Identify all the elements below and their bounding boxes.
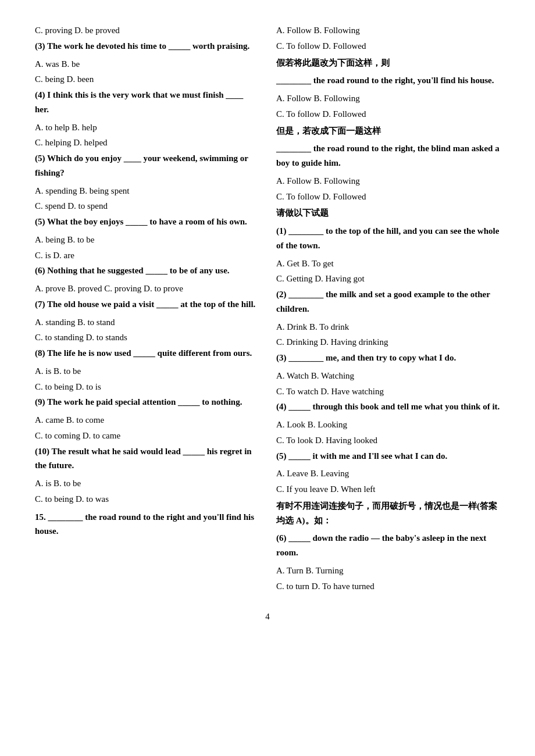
content-block: C. to being D. to is	[35, 380, 259, 394]
content-block: 但是，若改成下面一题这样	[276, 124, 500, 138]
content-block: (5) Which do you enjoy ____ your weekend…	[35, 151, 259, 180]
content-block: C. Drinking D. Having drinking	[276, 335, 500, 350]
content-block: C. to turn D. To have turned	[276, 579, 500, 594]
content-block: C. to being D. to was	[35, 492, 259, 507]
content-block: (6) Nothing that he suggested _____ to b…	[35, 263, 259, 278]
content-block: C. To look D. Having looked	[276, 433, 500, 448]
content-block: C. To follow D. Followed	[276, 39, 500, 54]
content-block: 有时不用连词连接句子，而用破折号，情况也是一样(答案均选 A)。如：	[276, 499, 500, 528]
content-block: A. to help B. help	[35, 120, 259, 135]
content-block: A. spending B. being spent	[35, 184, 259, 198]
content-block: (7) The old house we paid a visit _____ …	[35, 297, 259, 312]
left-column: C. proving D. be proved (3) The work he …	[35, 23, 259, 594]
content-block: A. is B. to be	[35, 476, 259, 491]
content-block: (3) The work he devoted his time to ____…	[35, 39, 259, 54]
content-block: A. being B. to be	[35, 233, 259, 247]
content-block: A. prove B. proved C. proving D. to prov…	[35, 281, 259, 296]
content-block: (3) ________ me, and then try to copy wh…	[276, 351, 500, 365]
content-block: A. Get B. To get	[276, 256, 500, 271]
content-block: A. was B. be	[35, 57, 259, 72]
content-block: (4) I think this is the very work that w…	[35, 88, 259, 117]
right-column: A. Follow B. FollowingC. To follow D. Fo…	[276, 23, 500, 594]
content-block: A. Follow B. Following	[276, 174, 500, 188]
content-block: A. Look B. Looking	[276, 418, 500, 432]
content-block: 请做以下试题	[276, 206, 500, 220]
content-block: (6) _____ down the radio — the baby's as…	[276, 531, 500, 560]
content-block: (2) ________ the milk and set a good exa…	[276, 287, 500, 316]
content-block: A. Turn B. Turning	[276, 564, 500, 578]
content-block: C. If you leave D. When left	[276, 482, 500, 497]
content-block: C. spend D. to spend	[35, 199, 259, 213]
content-block: C. helping D. helped	[35, 135, 259, 150]
content-block: A. is B. to be	[35, 364, 259, 379]
content-block: C. to standing D. to stands	[35, 330, 259, 345]
content-block: ________ the road round to the right, th…	[276, 141, 500, 170]
content-block: (5) What the boy enjoys _____ to have a …	[35, 215, 259, 229]
content-block: C. to coming D. to came	[35, 429, 259, 443]
content-block: (4) _____ through this book and tell me …	[276, 400, 500, 414]
page-number: 4	[35, 612, 500, 622]
content-block: A. Leave B. Leaving	[276, 466, 500, 481]
content-block: C. is D. are	[35, 248, 259, 263]
content-block: (10) The result what he said would lead …	[35, 444, 259, 473]
content-block: A. Drink B. To drink	[276, 320, 500, 334]
content-block: 15. ________ the road round to the right…	[35, 510, 259, 539]
content-block: A. came B. to come	[35, 413, 259, 427]
content-block: C. being D. been	[35, 72, 259, 87]
content-block: ________ the road round to the right, yo…	[276, 73, 500, 88]
content-block: A. Follow B. Following	[276, 91, 500, 106]
content-block: 假若将此题改为下面这样，则	[276, 56, 500, 70]
content-block: (9) The work he paid special attention _…	[35, 395, 259, 409]
content-block: (5) _____ it with me and I'll see what I…	[276, 449, 500, 463]
page-container: C. proving D. be proved (3) The work he …	[35, 23, 500, 594]
content-block: C. To follow D. Followed	[276, 107, 500, 122]
content-block: (8) The life he is now used _____ quite …	[35, 346, 259, 361]
content-block: A. Follow B. Following	[276, 23, 500, 38]
content-block: C. Getting D. Having got	[276, 272, 500, 286]
content-block: C. To follow D. Followed	[276, 190, 500, 204]
content-block: (1) ________ to the top of the hill, and…	[276, 224, 500, 253]
content-block: A. Watch B. Watching	[276, 369, 500, 383]
content-block: C. To watch D. Have watching	[276, 384, 500, 399]
content-block: A. standing B. to stand	[35, 315, 259, 330]
content-block: C. proving D. be proved	[35, 23, 259, 38]
